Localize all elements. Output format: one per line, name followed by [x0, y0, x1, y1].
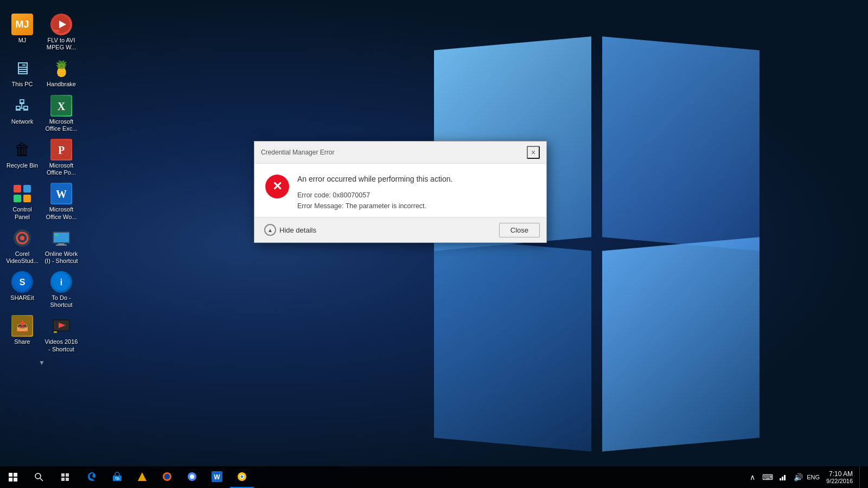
taskbar-word[interactable]: W: [205, 466, 229, 488]
corel-icon: [11, 227, 33, 249]
hide-details-label: Hide details: [279, 226, 316, 234]
desktop-icon-videos-label: Videos 2016 - Shortcut: [44, 338, 79, 352]
onlinework-icon: [50, 227, 72, 249]
todo-icon: i: [50, 271, 72, 293]
svg-rect-20: [55, 234, 58, 236]
desktop-icon-word[interactable]: W Microsoft Office Wo...: [42, 180, 81, 223]
svg-rect-7: [14, 185, 21, 192]
svg-point-43: [190, 474, 194, 479]
system-clock[interactable]: 7:10 AM 9/22/2016: [822, 470, 857, 484]
taskbar-perforce[interactable]: [130, 466, 154, 488]
svg-rect-49: [780, 478, 781, 480]
error-detail-code: Error code: 0x80070057 Error Message: Th…: [297, 190, 535, 211]
start-button[interactable]: [0, 466, 26, 488]
svg-point-48: [241, 476, 244, 478]
desktop-icon-network-label: Network: [11, 118, 33, 125]
svg-point-15: [20, 236, 24, 240]
svg-text:i: i: [60, 278, 62, 287]
tray-keyboard[interactable]: ⌨: [761, 466, 774, 488]
svg-rect-9: [14, 195, 21, 202]
controlpanel-icon: [11, 183, 33, 204]
desktop-icon-handbrake[interactable]: 🍍 Handbrake: [42, 55, 81, 91]
desktop-icon-todo-label: To Do - Shortcut: [44, 294, 79, 309]
dialog-error-row: ✕ An error occurred while performing thi…: [265, 175, 535, 211]
mj-icon: MJ: [11, 14, 33, 35]
error-main-message: An error occurred while performing this …: [297, 175, 535, 183]
desktop-icon-thispc[interactable]: 🖥 This PC: [3, 55, 42, 91]
svg-rect-35: [61, 478, 65, 481]
close-button[interactable]: Close: [499, 223, 540, 237]
tray-network[interactable]: [776, 466, 789, 488]
tray-volume[interactable]: 🔊: [792, 466, 805, 488]
error-icon: ✕: [265, 175, 289, 198]
desktop-icon-shareit[interactable]: S SHAREit: [3, 268, 42, 311]
svg-rect-2: [54, 30, 59, 32]
svg-text:P: P: [58, 144, 65, 156]
desktop-icon-flv[interactable]: FLV to AVI MPEG W...: [42, 11, 81, 54]
svg-rect-19: [56, 245, 67, 246]
taskbar-chrome2[interactable]: [230, 466, 254, 488]
chevron-up-icon: ▲: [264, 224, 276, 236]
clock-time: 7:10 AM: [826, 470, 853, 478]
desktop-icon-videos[interactable]: Videos 2016 - Shortcut: [42, 312, 81, 355]
desktop-icon-controlpanel[interactable]: Control Panel: [3, 180, 42, 223]
svg-rect-10: [23, 195, 31, 202]
desktop-icon-onlinework[interactable]: Online Work (I) - Shortcut: [42, 224, 81, 267]
dialog-title: Credential Manager Error: [261, 149, 334, 156]
error-content: An error occurred while performing this …: [297, 175, 535, 211]
taskbar: 🛍: [0, 466, 868, 488]
desktop: MJ MJ FLV to AVI MPEG W... 🖥 This PC: [0, 0, 868, 488]
desktop-icon-ppt[interactable]: P Microsoft Office Po...: [42, 136, 81, 179]
svg-line-32: [40, 478, 43, 481]
desktop-icon-recycle[interactable]: 🗑 Recycle Bin: [3, 136, 42, 179]
taskbar-edge[interactable]: [80, 466, 104, 488]
desktop-icon-share[interactable]: 📤 Share: [3, 312, 42, 355]
svg-text:W: W: [56, 188, 67, 200]
word-icon: W: [50, 183, 72, 204]
svg-rect-8: [23, 185, 31, 192]
desktop-icon-corel[interactable]: Corel VideoStud...: [3, 224, 42, 267]
desktop-icon-shareit-label: SHAREit: [10, 294, 34, 301]
svg-rect-34: [66, 473, 69, 477]
desktop-icon-mj[interactable]: MJ MJ: [3, 11, 42, 54]
taskbar-chrome[interactable]: [180, 466, 204, 488]
error-dialog: Credential Manager Error × ✕ An error oc…: [254, 141, 547, 243]
desktop-icon-excel-label: Microsoft Office Exc...: [44, 118, 79, 132]
desktop-icon-network[interactable]: 🖧 Network: [3, 92, 42, 135]
desktop-icons-area: MJ MJ FLV to AVI MPEG W... 🖥 This PC: [0, 5, 87, 428]
share-icon: 📤: [11, 315, 33, 337]
dialog-titlebar: Credential Manager Error ×: [254, 142, 546, 164]
task-view-button[interactable]: [52, 466, 78, 488]
desktop-icon-todo[interactable]: i To Do - Shortcut: [42, 268, 81, 311]
taskbar-store[interactable]: 🛍: [105, 466, 129, 488]
svg-rect-30: [54, 331, 57, 333]
clock-date: 9/22/2016: [826, 478, 853, 484]
svg-rect-51: [784, 475, 786, 480]
desktop-icon-excel[interactable]: X Microsoft Office Exc...: [42, 92, 81, 135]
desktop-icon-ppt-label: Microsoft Office Po...: [44, 162, 79, 176]
dialog-close-button[interactable]: ×: [527, 146, 540, 159]
videos-icon: [50, 315, 72, 337]
show-desktop-button[interactable]: [859, 466, 864, 488]
search-button[interactable]: [26, 466, 52, 488]
tray-chevron[interactable]: ∧: [746, 466, 759, 488]
desktop-icon-handbrake-label: Handbrake: [47, 81, 76, 88]
svg-text:S: S: [20, 278, 25, 287]
svg-rect-50: [782, 477, 783, 480]
network-icon: 🖧: [11, 95, 33, 117]
flv-icon: [50, 14, 72, 35]
windows-logo-icon: [9, 473, 17, 481]
svg-point-31: [35, 473, 41, 479]
svg-text:📤: 📤: [16, 320, 29, 332]
hide-details-button[interactable]: ▲ Hide details: [261, 222, 320, 238]
desktop-icon-corel-label: Corel VideoStud...: [5, 251, 40, 265]
taskbar-firefox[interactable]: [155, 466, 179, 488]
svg-marker-39: [138, 472, 146, 481]
svg-point-41: [164, 474, 170, 479]
desktop-icon-word-label: Microsoft Office Wo...: [44, 206, 79, 220]
desktop-icon-mj-label: MJ: [18, 37, 27, 44]
desktop-icon-onlinework-label: Online Work (I) - Shortcut: [44, 251, 79, 265]
svg-rect-36: [66, 478, 69, 481]
thispc-icon: 🖥: [11, 57, 33, 79]
tray-ime[interactable]: ENG: [807, 466, 820, 488]
